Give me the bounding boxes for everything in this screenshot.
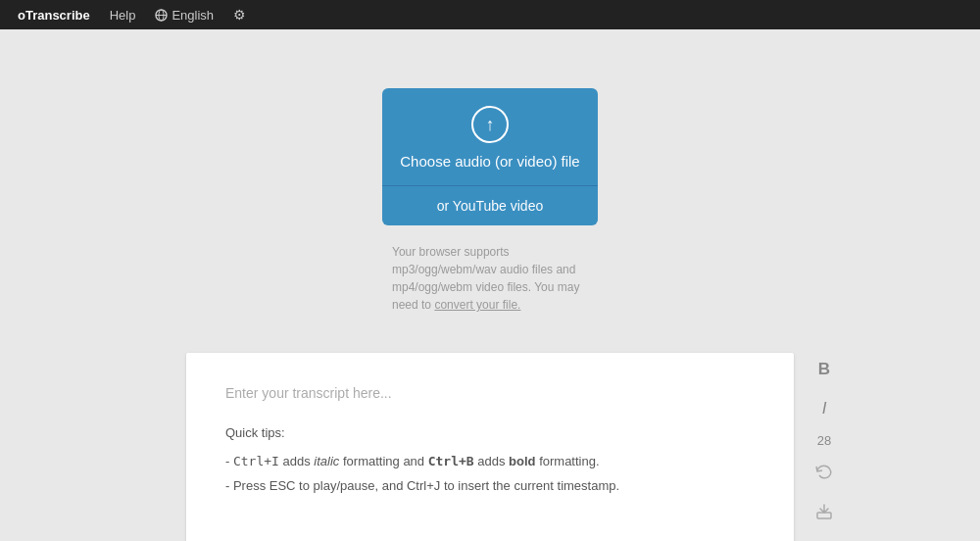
- choose-file-label: Choose audio (or video) file: [400, 153, 579, 170]
- language-label: English: [172, 8, 214, 23]
- convert-link[interactable]: convert your file.: [434, 298, 520, 312]
- right-toolbar: B I 28: [808, 353, 841, 541]
- navbar: oTranscribe Help English ⚙: [0, 0, 980, 29]
- nav-language[interactable]: English: [147, 0, 221, 29]
- tip1-suffix: formatting.: [536, 454, 600, 468]
- tip1-mid: adds: [279, 454, 314, 468]
- tip1-italic: italic: [314, 454, 339, 468]
- upload-icon: ↑: [471, 106, 509, 143]
- upload-section: ↑ Choose audio (or video) file or YouTub…: [382, 88, 598, 225]
- bold-button[interactable]: B: [808, 353, 841, 386]
- editor-box[interactable]: Enter your transcript here... Quick tips…: [186, 353, 794, 541]
- nav-brand[interactable]: oTranscribe: [10, 8, 98, 23]
- tips-heading: Quick tips:: [225, 423, 755, 444]
- choose-file-button[interactable]: ↑ Choose audio (or video) file: [382, 88, 598, 185]
- export-button[interactable]: [808, 534, 841, 541]
- editor-placeholder: Enter your transcript here...: [225, 382, 755, 404]
- editor-tips: Quick tips: - Ctrl+I adds italic formatt…: [225, 423, 755, 496]
- tip2-line: - Press ESC to play/pause, and Ctrl+J to…: [225, 476, 755, 497]
- font-size-display[interactable]: 28: [817, 433, 831, 448]
- svg-rect-3: [817, 513, 831, 518]
- tip1-code: Ctrl+I: [233, 454, 279, 468]
- undo-button[interactable]: [808, 456, 841, 489]
- tip1-bold: bold: [509, 454, 535, 468]
- upload-arrow-icon: ↑: [486, 116, 495, 133]
- italic-button[interactable]: I: [808, 392, 841, 425]
- editor-container: Enter your transcript here... Quick tips…: [186, 353, 794, 541]
- tip1-bold-code: Ctrl+B: [428, 454, 474, 468]
- tip1-mid2: formatting and: [339, 454, 427, 468]
- nav-help[interactable]: Help: [102, 0, 144, 29]
- support-info: Your browser supports mp3/ogg/webm/wav a…: [392, 243, 588, 314]
- tip1-mid3: adds: [474, 454, 509, 468]
- tip1-prefix: -: [225, 454, 233, 468]
- import-button[interactable]: [808, 495, 841, 528]
- tip1-line: - Ctrl+I adds italic formatting and Ctrl…: [225, 452, 755, 472]
- youtube-button[interactable]: or YouTube video: [382, 185, 598, 225]
- settings-icon[interactable]: ⚙: [225, 0, 254, 29]
- main-content: ↑ Choose audio (or video) file or YouTub…: [0, 29, 980, 541]
- globe-icon: [155, 9, 168, 22]
